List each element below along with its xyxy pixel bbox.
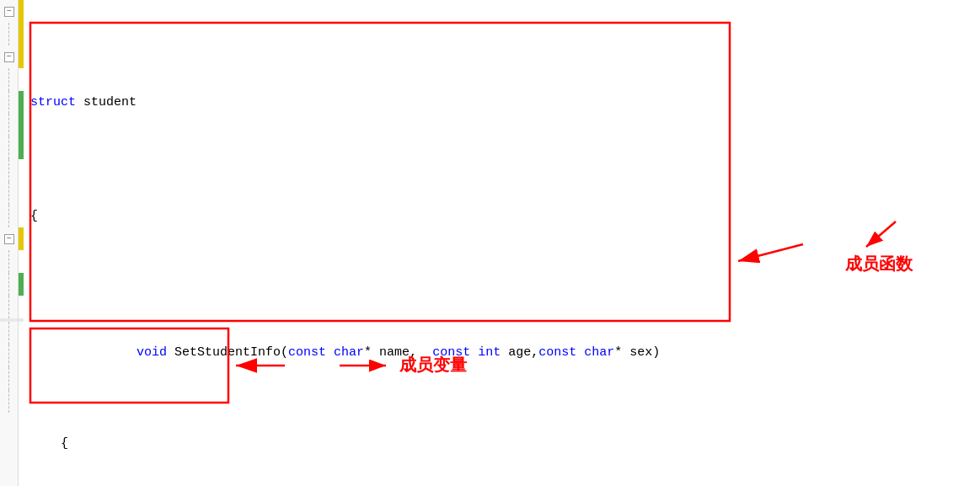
- fold-minus-1[interactable]: −: [4, 7, 14, 17]
- code-lines: struct student { void SetStudentInfo(con…: [24, 0, 980, 486]
- svg-line-2: [866, 222, 896, 247]
- member-variables-annotation: 成员变量: [335, 354, 467, 377]
- code-content: struct student { void SetStudentInfo(con…: [24, 0, 980, 486]
- fold-cell-11[interactable]: −: [0, 227, 18, 250]
- fold-cell-1[interactable]: −: [0, 0, 18, 23]
- code-area: − − −: [0, 0, 980, 486]
- fold-cell-3[interactable]: −: [0, 45, 18, 68]
- member-variables-label: 成员变量: [399, 354, 467, 377]
- member-functions-annotation: 成员函数: [845, 217, 913, 275]
- fold-minus-2[interactable]: −: [4, 52, 14, 62]
- code-line-2: {: [30, 205, 980, 227]
- annotation-arrow-svg: [854, 217, 904, 251]
- kw-struct: struct: [30, 91, 83, 114]
- annotation-arrow-left-svg: [335, 355, 394, 376]
- id-student: student: [83, 91, 137, 114]
- fold-column: − − −: [0, 0, 19, 486]
- editor-container: − − −: [0, 0, 980, 486]
- fold-minus-3[interactable]: −: [4, 234, 14, 244]
- code-line-3: void SetStudentInfo(const char* name, co…: [30, 318, 980, 341]
- code-line-1: struct student: [30, 91, 980, 114]
- fold-cell-2: [0, 23, 18, 45]
- member-functions-label: 成员函数: [845, 253, 913, 275]
- code-line-4: {: [30, 432, 980, 455]
